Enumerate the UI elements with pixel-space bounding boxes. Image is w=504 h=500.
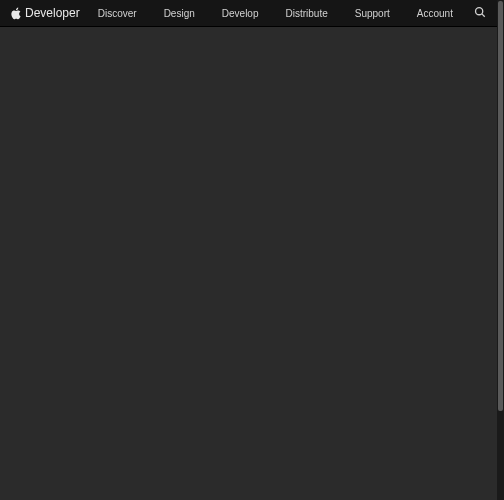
nav-link-design[interactable]: Design	[164, 8, 195, 19]
nav-link-account[interactable]: Account	[417, 8, 453, 19]
brand-label: Developer	[25, 6, 80, 20]
nav-link-discover[interactable]: Discover	[98, 8, 137, 19]
page-viewport: Developer Discover Design Develop Distri…	[0, 0, 504, 500]
scrollbar-track[interactable]	[497, 0, 504, 500]
nav-link-develop[interactable]: Develop	[222, 8, 259, 19]
main-content	[0, 27, 497, 500]
svg-point-0	[476, 8, 483, 15]
apple-logo-icon	[10, 7, 21, 20]
scrollbar-thumb[interactable]	[498, 1, 503, 411]
search-icon	[474, 4, 486, 22]
svg-line-1	[482, 14, 485, 17]
search-button[interactable]	[473, 6, 487, 20]
nav-links: Discover Design Develop Distribute Suppo…	[98, 8, 467, 19]
global-nav: Developer Discover Design Develop Distri…	[0, 0, 497, 27]
nav-link-support[interactable]: Support	[355, 8, 390, 19]
nav-link-distribute[interactable]: Distribute	[286, 8, 328, 19]
brand-link[interactable]: Developer	[10, 6, 80, 20]
